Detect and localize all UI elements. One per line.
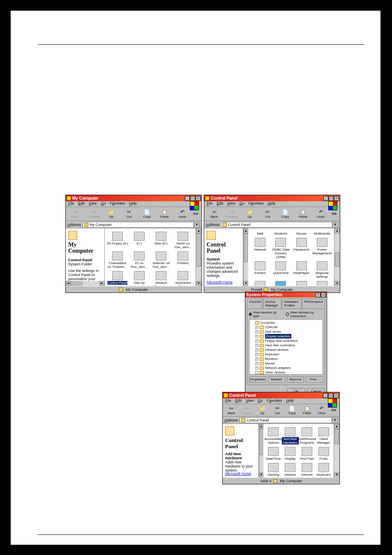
up-button[interactable]: 📁Up — [257, 405, 268, 415]
vscroll-thumb[interactable] — [196, 233, 201, 267]
grid-item[interactable]: Network — [250, 237, 270, 260]
expand-icon[interactable]: + — [255, 330, 258, 334]
grid-item[interactable]: Regional Settings — [312, 260, 332, 279]
tree-node[interactable]: +Hard disk controllers — [250, 343, 322, 348]
vscroll-down[interactable]: ▼ — [334, 472, 339, 477]
menu-file[interactable]: File — [225, 398, 231, 404]
menu-go[interactable]: Go — [258, 398, 263, 404]
close-button[interactable]: × — [196, 196, 201, 201]
grid-item[interactable]: Infrared — [282, 462, 299, 477]
undo-button[interactable]: ↶Undo — [175, 209, 189, 219]
hscroll-right[interactable]: ► — [99, 281, 104, 286]
copy-button[interactable]: 📄Copy — [279, 209, 292, 219]
grid-item[interactable]: Dial-Up Networking — [128, 270, 150, 286]
expand-icon[interactable]: + — [255, 348, 258, 352]
copy-button[interactable]: 📄Copy — [140, 209, 154, 219]
paste-button[interactable]: 📋Paste — [158, 209, 171, 219]
grid-item[interactable]: Control Panel — [106, 270, 128, 286]
menu-edit[interactable]: Edit — [217, 201, 224, 207]
vscroll-down[interactable]: ▼ — [259, 472, 263, 477]
tree-node[interactable]: -Other devices — [250, 370, 322, 375]
grid-item[interactable]: Date/Time — [265, 446, 282, 461]
minimize-button[interactable]: _ — [323, 196, 328, 201]
menu-view[interactable]: View — [89, 201, 97, 207]
grid-item[interactable]: Passwords — [291, 237, 312, 260]
tab-hardware-profiles[interactable]: Hardware Profiles — [282, 299, 302, 309]
vscroll-down[interactable]: ▼ — [334, 281, 340, 286]
grid-item[interactable]: Accessibility Options — [265, 426, 282, 445]
hscroll-thumb[interactable] — [71, 281, 82, 286]
tab-device-manager[interactable]: Device Manager — [263, 299, 281, 309]
menu-edit[interactable]: Edit — [235, 398, 242, 404]
vscroll-thumb[interactable] — [335, 252, 339, 267]
grid-item[interactable]: System — [270, 280, 291, 286]
grid-item[interactable]: Find Fast — [299, 446, 316, 461]
forward-button[interactable]: ⇨Forward — [241, 405, 253, 415]
vscroll-up[interactable]: ▲ — [334, 228, 340, 233]
grid-item[interactable]: Add New Hardware — [282, 426, 299, 445]
hscroll-left[interactable]: ◄ — [66, 281, 71, 286]
tree-node[interactable]: +Infrared devices — [250, 348, 322, 352]
cut-button[interactable]: ✂Cut — [261, 209, 274, 219]
undo-button[interactable]: ↶Undo — [314, 209, 327, 219]
minimize-button[interactable]: _ — [185, 196, 190, 201]
cut-button[interactable]: ✂Cut — [122, 209, 136, 219]
copy-button[interactable]: 📄Copy — [287, 405, 297, 415]
tree-node[interactable]: +Mouse — [250, 361, 322, 366]
menu-favorites[interactable]: Favorites — [267, 398, 282, 404]
grid-item[interactable]: Infrared Recipient — [150, 270, 172, 286]
vscroll-up[interactable]: ▲ — [334, 424, 339, 429]
close-button[interactable]: × — [334, 196, 339, 201]
paste-button[interactable]: 📋Paste — [302, 405, 312, 415]
grid-item[interactable]: Display — [282, 446, 299, 461]
tree-node[interactable]: +Floppy disk controllers — [250, 339, 322, 343]
minimize-button[interactable]: _ — [323, 393, 328, 398]
menu-help[interactable]: Help — [129, 201, 137, 207]
forward-button[interactable]: ⇨Forward — [87, 209, 100, 219]
grid-item[interactable]: New (D:) — [150, 231, 172, 250]
address-field[interactable]: Control Panel — [240, 417, 332, 423]
microsoft-home-link[interactable]: Microsoft Home — [207, 280, 233, 284]
cut-button[interactable]: ✂Cut — [272, 405, 283, 415]
menu-go[interactable]: Go — [239, 201, 244, 207]
refresh-button[interactable]: Refresh — [268, 376, 285, 383]
vscroll-up[interactable]: ▲ — [244, 228, 248, 233]
vscroll-thumb[interactable] — [334, 429, 339, 444]
device-tree[interactable]: Computer+CDROM+Disk drives+Display adapt… — [249, 319, 323, 375]
tree-node[interactable]: +Display adapters — [250, 334, 322, 339]
vscroll-up[interactable]: ▲ — [196, 228, 201, 233]
grid-item[interactable]: Gaming Options — [265, 462, 282, 477]
menu-view[interactable]: View — [227, 201, 235, 207]
grid-item[interactable]: 3½ Floppy (A:) — [106, 231, 128, 250]
grid-item[interactable]: Printers — [250, 260, 270, 279]
expand-icon[interactable]: + — [255, 326, 258, 329]
menu-help[interactable]: Help — [267, 201, 275, 207]
microsoft-home-link[interactable]: Microsoft Home — [225, 472, 251, 476]
vscroll-thumb[interactable] — [260, 429, 263, 455]
radio-view-by-connection[interactable]: View devices by connection — [286, 311, 323, 318]
grid-item[interactable]: ODBC Data Sources (32bit) — [270, 237, 291, 260]
tree-node[interactable]: +Monitors — [250, 357, 322, 361]
expand-icon[interactable]: - — [255, 371, 258, 374]
toolbar-overflow-icon[interactable]: >> — [331, 408, 336, 412]
back-button[interactable]: ⇦Back — [208, 209, 221, 219]
maximize-button[interactable]: □ — [329, 196, 334, 201]
grid-item[interactable]: Internet Options — [299, 462, 316, 477]
properties-button[interactable]: Properties — [249, 376, 266, 383]
tree-node[interactable]: +Keyboard — [250, 352, 322, 357]
up-button[interactable]: 📁Up — [104, 209, 118, 219]
address-dropdown-button[interactable]: ▼ — [332, 222, 338, 228]
grid-item[interactable]: Keyboard — [315, 462, 332, 477]
titlebar[interactable]: Control Panel _ □ × — [204, 195, 340, 201]
undo-button[interactable]: ↶Undo — [316, 405, 327, 415]
tree-node[interactable]: +Disk drives — [250, 329, 322, 334]
menu-file[interactable]: File — [68, 201, 74, 207]
grid-item[interactable]: Power Management — [312, 237, 332, 260]
menu-favorites[interactable]: Favorites — [248, 201, 263, 207]
vscroll-down[interactable]: ▼ — [196, 281, 201, 286]
titlebar[interactable]: Control Panel _ □ × — [223, 392, 339, 398]
grid-item[interactable]: Printers — [172, 251, 194, 269]
expand-icon[interactable]: + — [255, 362, 258, 365]
tree-node[interactable]: +CDROM — [250, 325, 322, 329]
maximize-button[interactable]: □ — [190, 196, 195, 201]
